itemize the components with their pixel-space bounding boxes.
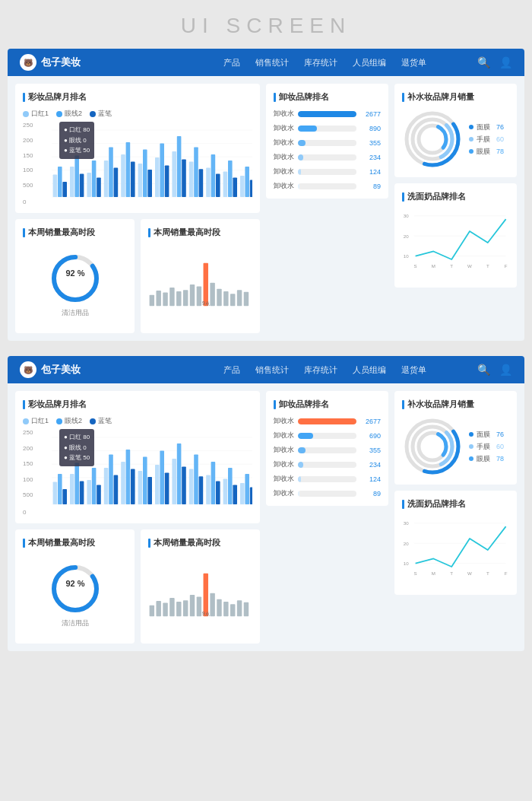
svg-rect-115 [223,478,228,504]
remover-item-3: 卸收水 234 [274,152,381,162]
user-icon[interactable]: 👤 [499,56,512,68]
mid-column-2: 卸妆品牌排名 卸收水 2677 卸收水 [266,391,388,644]
remover-val-1: 890 [359,125,381,132]
remover-fill-0 [298,111,356,117]
svg-rect-31 [194,147,198,197]
svg-rect-102 [147,477,152,504]
brand-icon-2: 🐻 [20,361,36,378]
search-icon-2[interactable]: 🔍 [477,364,490,376]
time-chart-card-2: 本周销量最高时段 [141,529,260,644]
navbar-2: 🐻 包子美妆 产品 销售统计 库存统计 人员组编 退货单 🔍 👤 [8,356,524,383]
remover-item-0: 卸收水 2677 [274,109,381,119]
svg-text:S: S [414,571,417,576]
remover-track-4 [298,169,356,175]
svg-text:T: T [486,571,489,576]
row2-left-2: 本周销量最高时段 92 % 清洁用品 本周销量最高时段 [15,529,260,644]
title-bar-icon [23,93,25,102]
svg-rect-98 [126,450,131,504]
svg-text:T: T [450,571,453,576]
time-chart-title-2: 本周销量最高时段 [148,537,252,548]
svg-rect-29 [182,159,186,197]
svg-rect-38 [233,177,237,197]
svg-rect-21 [138,164,143,197]
legend-dot-1 [56,111,62,117]
nav-sales[interactable]: 销售统计 [255,57,289,68]
svg-text:F: F [505,263,508,269]
title-bar [148,228,150,237]
remover2-track-5 [298,491,356,497]
svg-text:F: F [505,571,508,576]
svg-rect-56 [223,291,228,306]
legend-dot-2 [90,111,96,117]
nav-products[interactable]: 产品 [223,57,240,68]
nav-returns[interactable]: 退货单 [401,57,426,68]
remover-item-5: 卸收水 89 [274,181,381,191]
svg-rect-9 [70,167,74,197]
svg-rect-113 [211,462,216,504]
title-bar-2 [23,400,25,409]
weekly-high-title-2: 本周销量最高时段 [23,537,127,548]
donut-svg-2 [402,416,463,477]
hydration-card: 补水妆品牌月销量 [394,84,517,177]
nav-personnel[interactable]: 人员组编 [353,57,386,68]
svg-rect-120 [250,488,252,504]
hydration-title: 补水妆品牌月销量 [402,91,509,103]
line-chart-svg: 30 20 10 S M T W T [402,208,509,277]
remover-val-0: 2677 [359,110,381,118]
svg-rect-133 [210,593,214,617]
remover-fill-1 [298,126,317,132]
nav-products-2[interactable]: 产品 [223,364,240,376]
svg-rect-88 [70,474,74,504]
legend-item-2: 蓝笔 [90,109,112,119]
svg-rect-25 [160,144,164,197]
nav-sales-2[interactable]: 销售统计 [255,364,289,376]
svg-rect-124 [150,606,154,617]
nav-returns-2[interactable]: 退货单 [401,364,426,376]
remover-val-5: 89 [359,183,381,190]
svg-rect-11 [80,174,84,197]
donut-wrapper: 92 % 清洁用品 [23,244,127,326]
left-column-2: 彩妆品牌月排名 口红1 眼线2 蓝笔 [15,391,260,644]
donut-container-2: 面膜 76 手膜 60 眼膜 78 [402,416,509,477]
svg-text:92 %: 92 % [65,579,84,588]
svg-rect-10 [74,156,79,197]
svg-rect-46 [156,291,160,306]
svg-rect-26 [165,165,169,197]
svg-rect-36 [223,171,228,197]
svg-rect-12 [87,173,91,197]
remover-val-2: 355 [359,139,381,147]
remover2-track-2 [298,447,356,453]
svg-text:W: W [467,571,472,576]
svg-rect-16 [109,147,113,197]
user-icon-2[interactable]: 👤 [499,364,512,376]
time-chart-card: 本周销量最高时段 [141,219,260,333]
remover2-item-5: 卸收水 89 [274,488,381,498]
svg-rect-135 [223,602,228,616]
cosmetics-legend-2: 口红1 眼线2 蓝笔 [23,416,252,426]
search-icon[interactable]: 🔍 [477,56,490,68]
nav-inventory[interactable]: 库存统计 [304,57,337,68]
remover-track-3 [298,154,356,161]
nav-inventory-2[interactable]: 库存统计 [304,364,337,376]
legend-item-d2-2: 蓝笔 [90,416,112,426]
svg-rect-109 [189,469,194,504]
time-bars-wrapper: 9点 [148,244,252,316]
svg-rect-134 [217,599,221,617]
svg-text:W: W [467,263,472,269]
remover2-fill-1 [298,433,313,439]
remover-track-5 [298,183,356,189]
remover-label-2: 卸收水 [274,138,295,148]
svg-rect-47 [163,293,167,307]
cosmetics-chart-title: 彩妆品牌月排名 [23,91,252,103]
title-bar [274,93,276,102]
svg-rect-97 [121,462,125,504]
left-column: 彩妆品牌月排名 口红1 眼线2 蓝笔 [15,84,260,333]
svg-text:M: M [432,263,435,269]
svg-text:30: 30 [404,520,409,526]
svg-rect-137 [237,600,242,616]
nav-personnel-2[interactable]: 人员组编 [353,364,386,376]
page-title: UI SCREEN [0,0,532,49]
remover2-fill-5 [298,491,299,497]
time-bars-wrapper-2: 9点 [148,555,252,626]
remover2-item-4: 卸收水 124 [274,474,381,484]
